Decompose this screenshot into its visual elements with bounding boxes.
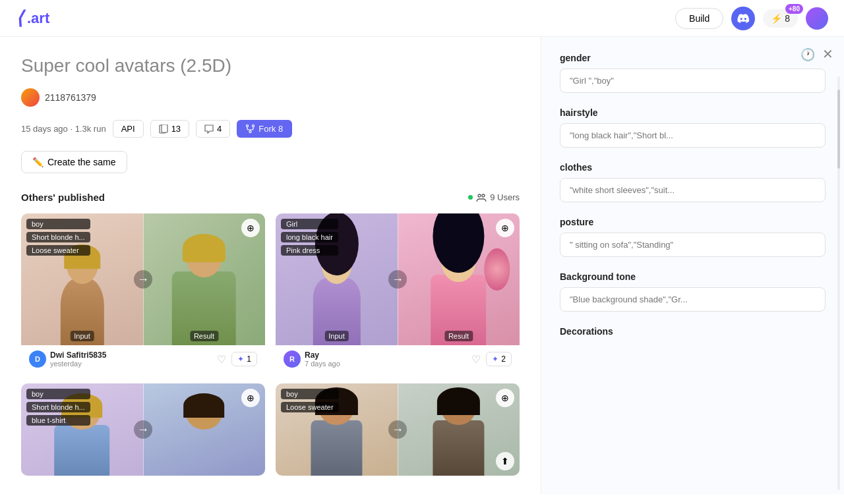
scrollbar-thumb[interactable]	[837, 90, 840, 169]
create-label: Create the same	[47, 157, 116, 167]
users-count: 9 Users	[490, 192, 520, 202]
header-right: Build +80 ⚡ 8	[675, 7, 828, 30]
result-label: Result	[444, 331, 473, 341]
gallery-item: Girl long black hair Pink dress Input → …	[276, 213, 520, 373]
posture-input[interactable]	[560, 233, 826, 257]
arrow-icon: →	[388, 420, 407, 439]
svg-point-2	[247, 125, 249, 127]
item-actions: ♡ ✦ 1	[217, 352, 257, 366]
posture-field-group: posture	[560, 217, 826, 257]
logo-icon: ⟨	[16, 7, 23, 29]
clothes-input[interactable]	[560, 178, 826, 202]
users-icon	[476, 193, 487, 202]
author-id: 2118761379	[45, 92, 96, 103]
hairstyle-label: hairstyle	[560, 107, 826, 118]
section-header: Others' published 9 Users	[21, 192, 520, 203]
result-label: Result	[190, 331, 218, 341]
tags-overlay: boy Short blonde h... blue t-shirt	[26, 389, 90, 426]
online-indicator	[468, 195, 473, 200]
lightning-icon: ⚡	[771, 13, 782, 24]
tag-gender: boy	[26, 389, 90, 399]
scrollbar-track	[837, 76, 840, 490]
item-footer: D Dwi Safitri5835 yesterday ♡ ✦ 1	[21, 345, 265, 373]
files-button[interactable]: 13	[150, 120, 189, 138]
fork-count-button[interactable]: ✦ 1	[231, 352, 257, 366]
gallery-images: boy Loose sweater → ⊕ ⬆	[276, 383, 520, 476]
arrow-icon: →	[134, 420, 152, 439]
gallery-item: boy Short blonde h... blue t-shirt → ⊕	[21, 383, 265, 476]
page-title: Super cool avatars (2.5D)	[21, 55, 520, 76]
zoom-button[interactable]: ⊕	[496, 219, 514, 237]
item-footer: R Ray 7 days ago ♡ ✦ 2	[276, 345, 520, 373]
item-user: R Ray 7 days ago	[284, 350, 340, 368]
zoom-button[interactable]: ⊕	[241, 389, 260, 407]
discord-button[interactable]	[731, 7, 755, 30]
right-panel: 🕐 ✕ gender hairstyle clothes posture Bac…	[541, 37, 844, 494]
item-avatar: R	[284, 350, 301, 368]
hairstyle-field-group: hairstyle	[560, 107, 826, 148]
background-input[interactable]	[560, 287, 826, 312]
post-time: yesterday	[50, 360, 106, 368]
lightning-count: 8	[785, 13, 790, 24]
fork-icon-small: ✦	[237, 354, 244, 364]
comments-button[interactable]: 4	[196, 120, 230, 138]
gender-label: gender	[560, 53, 826, 63]
close-button[interactable]: ✕	[822, 47, 833, 61]
tag-clothes: Loose sweater	[281, 402, 339, 412]
comments-count: 4	[217, 124, 222, 134]
gallery-images: boy Short blonde h... Loose sweater Inpu…	[21, 213, 265, 345]
result-image: ⊕ Result	[143, 213, 265, 345]
tag-hair: Short blonde h...	[26, 402, 90, 412]
tag-clothes: Pink dress	[281, 245, 338, 256]
decorations-field-group: Decorations	[560, 326, 826, 337]
tag-clothes: Loose sweater	[26, 245, 90, 256]
fork-number: 2	[501, 354, 506, 364]
svg-point-3	[253, 125, 255, 127]
result-image: ⊕ Result	[398, 213, 520, 345]
fork-icon-small: ✦	[492, 354, 498, 364]
stats-text: 15 days ago · 1.3k run	[21, 124, 106, 134]
username: Ray	[305, 350, 340, 360]
author-row: 2118761379	[21, 88, 520, 107]
upload-button[interactable]: ⬆	[496, 452, 514, 470]
tag-hair: long black hair	[281, 232, 338, 242]
gallery-images: boy Short blonde h... blue t-shirt → ⊕	[21, 383, 265, 476]
api-button[interactable]: API	[113, 120, 144, 138]
fork-button[interactable]: Fork 8	[237, 120, 292, 138]
tags-overlay: Girl long black hair Pink dress	[281, 219, 338, 256]
username: Dwi Safitri5835	[50, 350, 106, 360]
like-button[interactable]: ♡	[471, 353, 481, 366]
input-image: boy Short blonde h... blue t-shirt	[21, 383, 143, 476]
fork-icon	[246, 125, 255, 133]
users-badge: 9 Users	[468, 192, 520, 202]
item-avatar: D	[29, 350, 46, 368]
result-image: ⊕	[143, 383, 265, 476]
tag-gender: boy	[281, 389, 339, 399]
author-avatar	[21, 88, 40, 107]
history-button[interactable]: 🕐	[800, 47, 815, 62]
user-avatar[interactable]	[806, 7, 828, 30]
post-time: 7 days ago	[305, 360, 340, 368]
zoom-button[interactable]: ⊕	[241, 219, 260, 237]
like-button[interactable]: ♡	[217, 353, 226, 366]
hairstyle-input[interactable]	[560, 123, 826, 148]
tag-hair: Short blonde h...	[26, 232, 90, 242]
svg-rect-1	[162, 125, 167, 132]
create-same-button[interactable]: ✏️ Create the same	[21, 151, 127, 173]
input-label: Input	[70, 331, 94, 341]
decorations-label: Decorations	[560, 326, 826, 337]
zoom-button[interactable]: ⊕	[496, 389, 514, 407]
build-button[interactable]: Build	[675, 8, 723, 29]
tag-gender: Girl	[281, 219, 338, 229]
item-user: D Dwi Safitri5835 yesterday	[29, 350, 106, 368]
gender-input[interactable]	[560, 69, 826, 93]
files-icon	[159, 125, 168, 134]
comments-icon	[204, 125, 214, 134]
fork-label: Fork 8	[258, 124, 283, 134]
tag-gender: boy	[26, 219, 90, 229]
input-image: boy Short blonde h... Loose sweater Inpu…	[21, 213, 143, 345]
fork-count-button[interactable]: ✦ 2	[486, 352, 512, 366]
arrow-icon: →	[388, 270, 407, 289]
lightning-button[interactable]: +80 ⚡ 8	[763, 9, 798, 28]
gender-field-group: gender	[560, 53, 826, 93]
